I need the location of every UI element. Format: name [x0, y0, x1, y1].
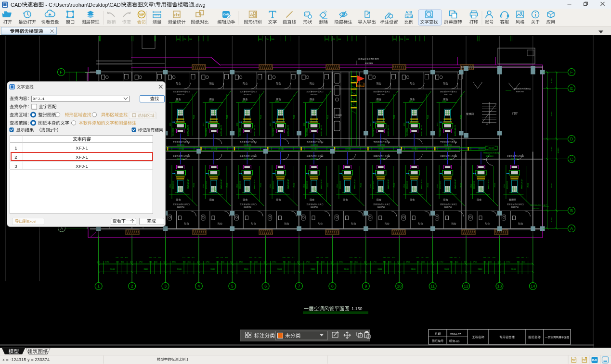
svg-text:500: 500	[121, 261, 124, 263]
svg-text:HWG-28.2T: HWG-28.2T	[420, 178, 423, 189]
svg-text:500: 500	[221, 261, 224, 263]
svg-text:500: 500	[338, 38, 341, 40]
svg-text:1750: 1750	[440, 261, 443, 263]
svg-text:7500: 7500	[393, 114, 395, 119]
svg-text:HWG-28.2T: HWG-28.2T	[220, 178, 222, 189]
svg-text:7500: 7500	[460, 114, 462, 119]
svg-text:150: 150	[249, 261, 252, 263]
svg-text:600X200: 600X200	[239, 181, 241, 189]
svg-text:600X200: 600X200	[272, 127, 274, 136]
svg-text:7500: 7500	[193, 114, 195, 119]
svg-text:600X200: 600X200	[444, 144, 452, 146]
svg-text:750: 750	[332, 38, 335, 40]
svg-text:D: D	[570, 137, 573, 141]
svg-text:13: 13	[497, 284, 502, 289]
svg-text:150: 150	[450, 261, 453, 263]
svg-text:F: F	[570, 70, 572, 75]
svg-text:600: 600	[264, 261, 267, 263]
svg-text:650: 650	[236, 184, 238, 188]
svg-text:7500: 7500	[226, 114, 228, 119]
svg-text:150: 150	[350, 261, 352, 263]
svg-text:650: 650	[303, 123, 305, 126]
svg-text:600X750: 600X750	[177, 206, 185, 208]
svg-text:180X200: 180X200	[412, 148, 418, 150]
svg-text:1800: 1800	[376, 100, 380, 102]
svg-text:600: 600	[392, 257, 395, 259]
svg-text:650: 650	[169, 184, 171, 188]
svg-text:3600: 3600	[344, 268, 349, 270]
svg-text:1750: 1750	[406, 261, 410, 263]
svg-text:1800: 1800	[442, 100, 447, 102]
svg-text:600X200: 600X200	[311, 144, 318, 146]
svg-text:750: 750	[387, 257, 390, 259]
svg-text:500: 500	[516, 257, 519, 259]
svg-text:7500: 7500	[260, 114, 262, 119]
svg-text:750: 750	[520, 257, 523, 259]
svg-text:180X200: 180X200	[478, 148, 484, 150]
svg-text:1800: 1800	[409, 191, 413, 194]
svg-text:180X200: 180X200	[311, 148, 317, 150]
svg-text:600: 600	[464, 261, 467, 263]
svg-text:600X200: 600X200	[177, 144, 185, 146]
svg-text:600X750: 600X750	[444, 93, 452, 96]
svg-text:180X200: 180X200	[245, 148, 251, 150]
svg-text:150: 150	[183, 261, 186, 263]
svg-text:1800: 1800	[309, 100, 313, 102]
svg-text:600X200: 600X200	[172, 127, 174, 136]
svg-text:1750: 1750	[373, 261, 377, 263]
svg-text:600X200: 600X200	[372, 127, 375, 136]
svg-text:600X200: 600X200	[486, 155, 494, 157]
svg-text:600X200: 600X200	[306, 127, 308, 136]
svg-text:7500: 7500	[427, 183, 429, 188]
svg-text:600X200: 600X200	[506, 181, 508, 189]
svg-text:1800: 1800	[275, 100, 280, 102]
svg-text:3600: 3600	[177, 268, 182, 270]
svg-text:600: 600	[330, 261, 333, 263]
svg-text:600X750: 600X750	[244, 93, 251, 96]
svg-text:600X200: 600X200	[473, 181, 475, 189]
svg-text:500: 500	[383, 257, 386, 259]
svg-text:HWG-28.2T: HWG-28.2T	[187, 178, 189, 189]
svg-text:8: 8	[331, 284, 334, 289]
svg-text:2: 2	[131, 284, 133, 289]
svg-text:600X750: 600X750	[244, 206, 251, 208]
svg-text:600X320: 600X320	[365, 62, 374, 64]
svg-text:600: 600	[164, 261, 167, 263]
svg-text:7500: 7500	[226, 183, 228, 188]
svg-text:600X750: 600X750	[377, 93, 385, 96]
svg-text:3600: 3600	[311, 268, 315, 270]
svg-text:180X200: 180X200	[278, 148, 284, 150]
svg-text:500: 500	[283, 257, 286, 259]
svg-text:600: 600	[431, 261, 434, 263]
svg-text:600X750: 600X750	[177, 93, 185, 96]
svg-text:600X200: 600X200	[239, 127, 241, 136]
svg-text:500: 500	[316, 257, 319, 259]
svg-text:500: 500	[216, 257, 219, 259]
svg-text:HWG-28.2T: HWG-28.2T	[520, 178, 523, 189]
svg-text:7500: 7500	[460, 183, 462, 188]
svg-text:750: 750	[400, 38, 403, 40]
svg-text:650: 650	[202, 184, 205, 188]
svg-text:XFJ-1: XFJ-1	[357, 84, 363, 87]
svg-text:500: 500	[450, 257, 453, 259]
svg-text:1750: 1750	[473, 261, 477, 263]
svg-text:600X750: 600X750	[377, 206, 385, 208]
svg-text:750: 750	[187, 257, 190, 259]
svg-text:750: 750	[253, 257, 256, 259]
svg-text:500: 500	[182, 257, 185, 259]
svg-text:600X750: 600X750	[311, 206, 318, 208]
svg-text:1800: 1800	[175, 100, 180, 102]
svg-text:B: B	[570, 208, 573, 213]
svg-text:7500: 7500	[193, 183, 195, 188]
svg-text:600X200: 600X200	[205, 181, 208, 189]
svg-text:600X750: 600X750	[533, 207, 540, 210]
svg-text:1: 1	[97, 284, 100, 289]
svg-text:600: 600	[297, 261, 300, 263]
svg-text:650: 650	[269, 184, 272, 188]
svg-text:750: 750	[120, 257, 123, 259]
svg-text:1800: 1800	[409, 100, 413, 102]
svg-text:7500: 7500	[293, 114, 295, 119]
svg-text:1:150: 1:150	[351, 306, 363, 311]
svg-text:150: 150	[517, 261, 520, 263]
svg-text:3: 3	[164, 284, 167, 289]
